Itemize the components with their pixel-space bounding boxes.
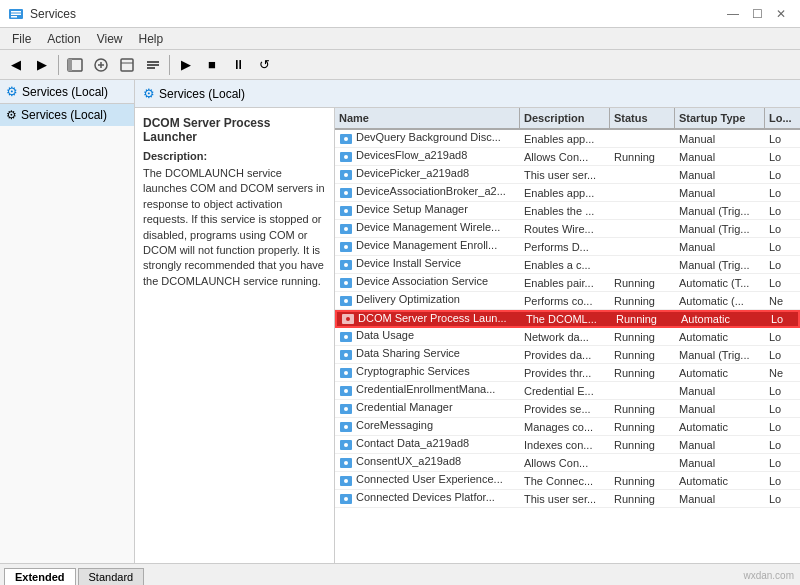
title-text: Services [30,7,76,21]
service-logon: Lo [765,420,800,434]
service-icon [339,437,353,449]
service-logon: Lo [765,258,800,272]
service-icon [339,293,353,305]
svg-rect-2 [11,13,21,15]
services-local-icon-sm: ⚙ [6,108,17,122]
table-row[interactable]: Device Management Wirele...Routes Wire..… [335,220,800,238]
table-row[interactable]: Data UsageNetwork da...RunningAutomaticL… [335,328,800,346]
service-icon [339,419,353,431]
table-row[interactable]: ConsentUX_a219ad8Allows Con...ManualLo [335,454,800,472]
action-btn-4[interactable] [141,53,165,77]
service-status: Running [610,420,675,434]
action-btn-3[interactable] [115,53,139,77]
table-row[interactable]: Connected Devices Platfor...This user se… [335,490,800,508]
table-row[interactable]: Data Sharing ServiceProvides da...Runnin… [335,346,800,364]
toolbar-separator-1 [58,55,59,75]
menu-item-action[interactable]: Action [39,30,88,48]
table-row[interactable]: DCOM Server Process Laun...The DCOML...R… [335,310,800,328]
service-startup: Manual [675,240,765,254]
service-desc: Indexes con... [520,438,610,452]
service-icon [339,401,353,413]
menu-item-file[interactable]: File [4,30,39,48]
col-header-name[interactable]: Name [335,108,520,128]
table-row[interactable]: DeviceAssociationBroker_a2...Enables app… [335,184,800,202]
service-icon [339,329,353,341]
table-row[interactable]: DevicesFlow_a219ad8Allows Con...RunningM… [335,148,800,166]
col-header-logon[interactable]: Lo... [765,108,800,128]
show-hide-button[interactable] [63,53,87,77]
content-area: Name Description Status Startup Type Lo.… [335,108,800,563]
table-row[interactable]: DevQuery Background Disc...Enables app..… [335,130,800,148]
service-icon [339,383,353,395]
service-status [610,210,675,212]
service-icon [339,347,353,359]
play-button[interactable]: ▶ [174,53,198,77]
desc-text: The DCOMLAUNCH service launches COM and … [143,166,326,289]
service-startup: Manual [675,132,765,146]
col-header-desc[interactable]: Description [520,108,610,128]
svg-point-25 [344,281,348,285]
stop-button[interactable]: ■ [200,53,224,77]
service-desc: Network da... [520,330,610,344]
svg-point-13 [344,173,348,177]
table-row[interactable]: CoreMessagingManages co...RunningAutomat… [335,418,800,436]
service-desc: Allows Con... [520,150,610,164]
service-status: Running [610,294,675,308]
col-header-status[interactable]: Status [610,108,675,128]
tab-standard[interactable]: Standard [78,568,145,585]
menu-item-help[interactable]: Help [131,30,172,48]
table-row[interactable]: Delivery OptimizationPerforms co...Runni… [335,292,800,310]
table-row[interactable]: Contact Data_a219ad8Indexes con...Runnin… [335,436,800,454]
back-button[interactable]: ◀ [4,53,28,77]
service-name: Device Install Service [335,256,520,272]
table-row[interactable]: DevicePicker_a219ad8This user ser...Manu… [335,166,800,184]
title-bar-controls: — ☐ ✕ [722,3,792,25]
table-row[interactable]: Device Install ServiceEnables a c...Manu… [335,256,800,274]
svg-point-17 [344,209,348,213]
services-list[interactable]: DevQuery Background Disc...Enables app..… [335,130,800,563]
svg-rect-3 [11,16,17,18]
svg-point-15 [344,191,348,195]
table-row[interactable]: Credential ManagerProvides se...RunningM… [335,400,800,418]
service-icon [339,275,353,287]
action-btn-2[interactable] [89,53,113,77]
svg-point-31 [344,335,348,339]
service-desc: Enables app... [520,132,610,146]
minimize-button[interactable]: — [722,3,744,25]
service-startup: Automatic [677,312,767,326]
sidebar-item-services-local[interactable]: ⚙ Services (Local) [0,104,134,126]
forward-button[interactable]: ▶ [30,53,54,77]
pause-button[interactable]: ⏸ [226,53,250,77]
table-row[interactable]: Cryptographic ServicesProvides thr...Run… [335,364,800,382]
table-row[interactable]: Device Management Enroll...Performs D...… [335,238,800,256]
svg-point-9 [344,137,348,141]
service-startup: Automatic [675,474,765,488]
desc-label: Description: [143,150,326,162]
maximize-button[interactable]: ☐ [746,3,768,25]
close-button[interactable]: ✕ [770,3,792,25]
table-row[interactable]: CredentialEnrollmentMana...Credential E.… [335,382,800,400]
service-logon: Lo [765,330,800,344]
service-name: Contact Data_a219ad8 [335,436,520,452]
table-row[interactable]: Device Setup ManagerEnables the ...Manua… [335,202,800,220]
restart-button[interactable]: ↺ [252,53,276,77]
table-row[interactable]: Connected User Experience...The Connec..… [335,472,800,490]
service-desc: Performs co... [520,294,610,308]
svg-point-19 [344,227,348,231]
svg-point-47 [344,479,348,483]
service-name: ConsentUX_a219ad8 [335,454,520,470]
svg-point-21 [344,245,348,249]
svg-rect-7 [121,59,133,71]
service-desc: The DCOML... [522,312,612,326]
service-name: Connected Devices Platfor... [335,490,520,506]
service-desc: Enables the ... [520,204,610,218]
service-status [610,192,675,194]
menu-item-view[interactable]: View [89,30,131,48]
col-header-startup[interactable]: Startup Type [675,108,765,128]
service-startup: Automatic (T... [675,276,765,290]
svg-point-37 [344,389,348,393]
service-logon: Ne [765,366,800,380]
tab-extended[interactable]: Extended [4,568,76,585]
service-icon [339,455,353,467]
table-row[interactable]: Device Association ServiceEnables pair..… [335,274,800,292]
